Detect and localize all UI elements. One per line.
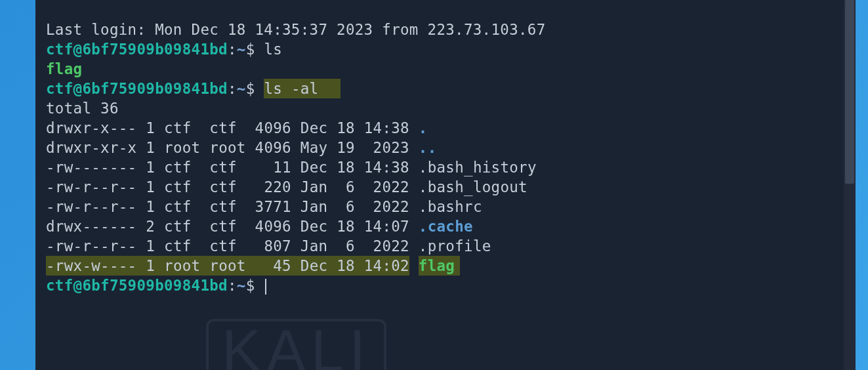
prompt-path-3: ~ [237, 277, 246, 294]
file-profile: .profile [419, 237, 491, 255]
file-row: drwx------ 2 ctf ctf 4096 Dec 18 14:07 .… [46, 218, 473, 235]
cursor[interactable] [265, 279, 266, 295]
dir-dotdot: .. [419, 139, 437, 156]
command-ls-al: ls -al [264, 80, 318, 97]
scrollbar-thumb[interactable] [845, 0, 854, 184]
prompt-user-host-3: ctf@6bf75909b09841bd [46, 277, 228, 294]
file-row: drwxr-x--- 1 ctf ctf 4096 Dec 18 14:38 . [46, 119, 428, 136]
file-row: drwxr-xr-x 1 root root 4096 May 19 2023 … [46, 139, 437, 156]
file-flag-name-highlight: flag [419, 256, 460, 276]
prompt-dollar: $ [246, 41, 255, 58]
file-bashrc: .bashrc [419, 198, 482, 215]
terminal-output[interactable]: Last login: Mon Dec 18 14:35:37 2023 fro… [35, 0, 856, 315]
prompt-user-host: ctf@6bf75909b09841bd [46, 41, 228, 58]
scrollbar-track[interactable] [844, 0, 856, 370]
prompt-user-host-2: ctf@6bf75909b09841bd [46, 80, 228, 97]
dir-cache: .cache [419, 218, 473, 235]
command-ls-al-highlighted: ls -al [264, 79, 341, 98]
file-flag: flag [419, 257, 455, 274]
file-bash-history: .bash_history [419, 159, 537, 176]
file-bash-logout: .bash_logout [419, 178, 527, 195]
prompt-dollar-2: $ [246, 80, 255, 97]
total-line: total 36 [46, 100, 119, 117]
prompt-dollar-3: $ [246, 277, 255, 294]
prompt-colon-2: : [228, 80, 237, 97]
file-row: -rw-r--r-- 1 ctf ctf 807 Jan 6 2022 .pro… [46, 237, 491, 255]
dir-dot: . [419, 119, 428, 136]
prompt-path: ~ [237, 41, 246, 58]
watermark-text: KALI [206, 319, 386, 370]
prompt-colon: : [228, 41, 237, 58]
last-login-line: Last login: Mon Dec 18 14:35:37 2023 fro… [46, 21, 546, 38]
file-row: -rw-r--r-- 1 ctf ctf 3771 Jan 6 2022 .ba… [46, 198, 482, 215]
ls-output-flag: flag [46, 60, 82, 77]
prompt-colon-3: : [228, 277, 237, 294]
terminal-window: Last login: Mon Dec 18 14:35:37 2023 fro… [35, 0, 856, 370]
prompt-path-2: ~ [237, 80, 246, 97]
file-row: -rw-r--r-- 1 ctf ctf 220 Jan 6 2022 .bas… [46, 178, 527, 195]
command-ls: ls [264, 41, 282, 58]
file-row-flag-highlighted: -rwx-w---- 1 root root 45 Dec 18 14:02 [46, 256, 409, 276]
file-row: -rw------- 1 ctf ctf 11 Dec 18 14:38 .ba… [46, 159, 537, 176]
